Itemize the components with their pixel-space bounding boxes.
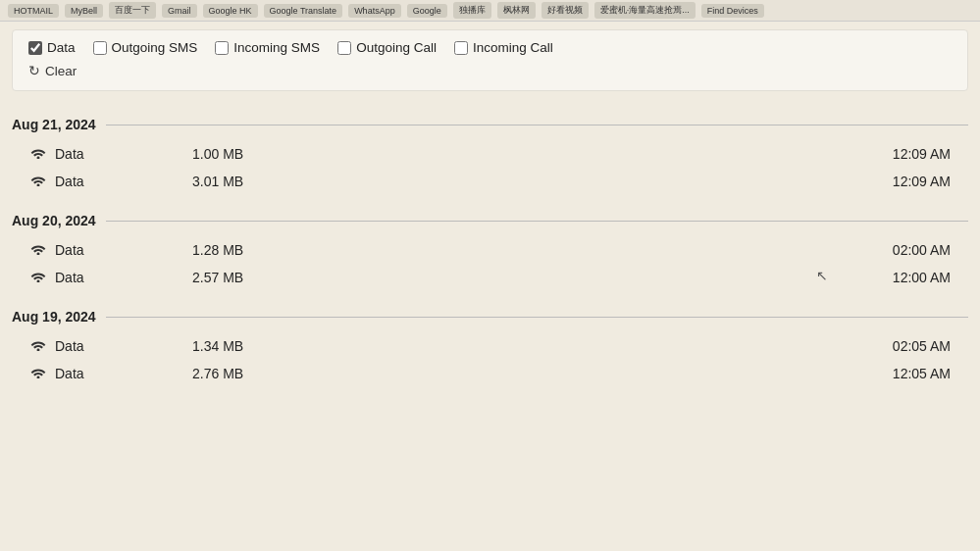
browser-tab[interactable]: Google Translate (264, 4, 343, 18)
date-label-aug21: Aug 21, 2024 (12, 117, 96, 132)
row-time: 02:00 AM (862, 242, 951, 258)
row-size: 2.57 MB (173, 270, 862, 285)
browser-tab[interactable]: Gmail (162, 4, 197, 18)
browser-tab[interactable]: 爱蜜机·海量高速抢焉... (594, 2, 696, 19)
wifi-icon (29, 146, 47, 162)
table-row: Data 2.76 MB 12:05 AM (12, 360, 968, 387)
filter-outgoing-call-label: Outgoing Call (356, 40, 437, 55)
browser-bar: HOTMAIL MyBell 百度一下 Gmail Google HK Goog… (0, 0, 980, 22)
date-divider-aug19 (106, 317, 968, 318)
browser-tab[interactable]: 枫林网 (497, 2, 536, 19)
checkbox-incoming-sms[interactable] (215, 41, 229, 55)
wifi-icon (29, 366, 47, 381)
filter-incoming-call[interactable]: Incoming Call (454, 40, 553, 55)
clear-row: ↻ Clear (28, 63, 952, 78)
row-size: 1.34 MB (173, 338, 862, 354)
browser-tab[interactable]: WhatsApp (348, 4, 401, 18)
row-size: 2.76 MB (173, 366, 862, 381)
filter-outgoing-call[interactable]: Outgoing Call (337, 40, 437, 55)
table-row: Data 1.34 MB 02:05 AM (12, 332, 968, 360)
refresh-icon: ↻ (28, 63, 40, 78)
browser-tab[interactable]: Find Devices (701, 4, 764, 18)
row-size: 1.28 MB (173, 242, 862, 258)
filter-data[interactable]: Data (28, 40, 76, 55)
filter-outgoing-sms-label: Outgoing SMS (112, 40, 198, 55)
date-header-aug20: Aug 20, 2024 (12, 213, 968, 228)
date-section-aug21: Aug 21, 2024 Data 1.00 MB 12:09 AM (12, 117, 968, 195)
filter-incoming-call-label: Incoming Call (473, 40, 553, 55)
clear-button[interactable]: ↻ Clear (28, 63, 77, 78)
date-section-aug20: Aug 20, 2024 Data 1.28 MB 02:00 AM (12, 213, 968, 291)
row-type: Data (55, 174, 173, 189)
row-type: Data (55, 338, 173, 354)
filter-bar: Data Outgoing SMS Incoming SMS Outgoing … (12, 29, 968, 91)
browser-tab[interactable]: 好看视频 (542, 2, 589, 19)
clear-label: Clear (45, 64, 77, 78)
row-type: Data (55, 146, 173, 162)
row-time: 12:09 AM (862, 174, 951, 189)
content-area: Aug 21, 2024 Data 1.00 MB 12:09 AM (0, 91, 980, 399)
browser-tab[interactable]: 独播库 (453, 2, 491, 19)
filter-row: Data Outgoing SMS Incoming SMS Outgoing … (28, 40, 952, 55)
checkbox-outgoing-sms[interactable] (93, 41, 107, 55)
date-divider-aug21 (106, 125, 968, 125)
row-time: 12:05 AM (862, 366, 951, 381)
wifi-icon (29, 338, 47, 354)
filter-data-label: Data (47, 40, 76, 55)
browser-tab[interactable]: HOTMAIL (8, 4, 59, 18)
table-row: Data 3.01 MB 12:09 AM (12, 168, 968, 195)
browser-tab[interactable]: 百度一下 (109, 2, 156, 19)
wifi-icon (29, 174, 47, 189)
filter-incoming-sms-label: Incoming SMS (233, 40, 320, 55)
checkbox-incoming-call[interactable] (454, 41, 468, 55)
date-divider-aug20 (106, 221, 968, 222)
row-time: 12:00 AM (862, 270, 951, 285)
row-time: 12:09 AM (862, 146, 951, 162)
row-type: Data (55, 270, 173, 285)
date-header-aug19: Aug 19, 2024 (12, 309, 968, 325)
date-section-aug19: Aug 19, 2024 Data 1.34 MB 02:05 AM (12, 309, 968, 387)
browser-tab[interactable]: MyBell (65, 4, 103, 18)
table-row: Data 1.00 MB 12:09 AM (12, 140, 968, 168)
row-size: 3.01 MB (173, 174, 862, 189)
checkbox-data[interactable] (28, 41, 42, 55)
filter-outgoing-sms[interactable]: Outgoing SMS (93, 40, 198, 55)
table-row: Data 1.28 MB 02:00 AM (12, 236, 968, 264)
browser-tab[interactable]: Google HK (203, 4, 258, 18)
date-label-aug20: Aug 20, 2024 (12, 213, 96, 228)
row-type: Data (55, 366, 173, 381)
row-type: Data (55, 242, 173, 258)
date-header-aug21: Aug 21, 2024 (12, 117, 968, 132)
date-label-aug19: Aug 19, 2024 (12, 309, 96, 325)
checkbox-outgoing-call[interactable] (337, 41, 351, 55)
wifi-icon (29, 242, 47, 258)
wifi-icon (29, 270, 47, 285)
row-size: 1.00 MB (173, 146, 862, 162)
row-time: 02:05 AM (862, 338, 951, 354)
browser-tab[interactable]: Google (407, 4, 447, 18)
filter-incoming-sms[interactable]: Incoming SMS (215, 40, 320, 55)
table-row: Data 2.57 MB ↖ 12:00 AM (12, 264, 968, 291)
